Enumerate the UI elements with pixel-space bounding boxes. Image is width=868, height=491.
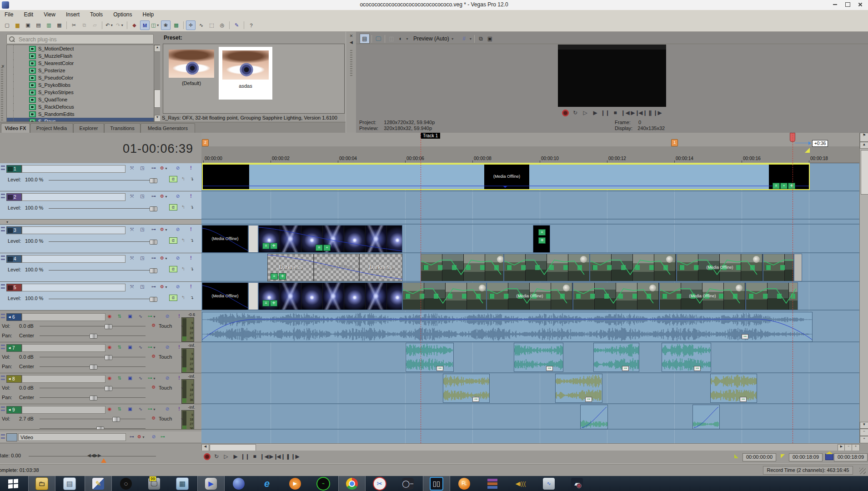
tab-transitions[interactable]: Transitions: [104, 123, 140, 133]
event-plugin-chip[interactable]: ⊶: [694, 366, 701, 371]
track-fx-icon[interactable]: ▣: [126, 406, 134, 413]
timeline-marker-2[interactable]: 2: [202, 139, 209, 146]
cursor-time-display[interactable]: 01-00:06:39: [27, 142, 193, 156]
arm-record-icon[interactable]: ◉: [106, 313, 113, 320]
minimize-button[interactable]: [828, 0, 841, 9]
preview-mode-label[interactable]: Preview (Auto): [413, 35, 449, 42]
invert-phase-icon[interactable]: ⇅: [116, 313, 123, 320]
automation-gear-icon[interactable]: ⚙: [150, 384, 157, 391]
solo-icon[interactable]: !: [187, 193, 195, 200]
solo-icon[interactable]: !: [187, 165, 195, 172]
track-fx-icon[interactable]: ▣: [126, 344, 134, 351]
event-plugin-chip[interactable]: ⊶: [546, 366, 553, 371]
mute-icon[interactable]: ⊘: [164, 375, 171, 382]
quality-dropdown-icon[interactable]: ▼: [406, 37, 409, 40]
automation-dropdown-icon[interactable]: ▼: [181, 417, 184, 421]
plugin-row[interactable]: S_PsykoStripes: [7, 89, 154, 96]
pan-plugin-icon[interactable]: ⊶▼: [148, 344, 155, 351]
whats-this-help-icon[interactable]: ?: [246, 20, 256, 30]
next-frame-icon[interactable]: ❙❙▶: [288, 452, 297, 461]
envelope-icon[interactable]: ∿: [137, 375, 144, 382]
marker-lane[interactable]: [201, 133, 859, 147]
audio-event-track7[interactable]: ⊶: [406, 343, 454, 372]
bypass-motion-blur-icon[interactable]: ⤧: [128, 255, 135, 262]
composite-mode-icon[interactable]: ⚙▼: [160, 284, 167, 291]
taskbar-icon-razer[interactable]: ⌁: [310, 476, 336, 491]
cut-icon[interactable]: ✂: [69, 20, 79, 30]
pause-icon[interactable]: ❙❙: [601, 109, 610, 117]
track-fx-icon[interactable]: ▣: [126, 375, 134, 382]
timeline-marker-1[interactable]: 1: [671, 139, 678, 146]
track-fx-icon[interactable]: ⊶: [150, 226, 157, 233]
plugin-row[interactable]: S_QuadTone: [7, 96, 154, 103]
track-header-5[interactable]: 5 ⤧ ◳ ⊶ ⚙▼ ⊘ ! Level: 100.0 % α ↰ ↴: [0, 282, 201, 311]
taskbar-icon-internet-explorer[interactable]: e: [254, 476, 280, 491]
event-fx-icon[interactable]: ✛: [279, 273, 286, 280]
pan-plugin-icon[interactable]: ⊶▼: [148, 406, 155, 413]
next-frame-icon[interactable]: ❙❙▶: [651, 109, 660, 117]
compositing-mode-icon[interactable]: α: [169, 204, 177, 210]
event-plugin-chip[interactable]: ⊶: [740, 397, 747, 402]
audio-event-track8[interactable]: ⊶: [443, 374, 490, 403]
save-icon[interactable]: ▣: [23, 20, 33, 30]
preview-quality-icon[interactable]: ◐: [396, 34, 405, 43]
track-header-1[interactable]: 1 ⤧ ◳ ⊶ ⚙▼ ⊘ ! Level: 100.0 % α ↰ ↴: [0, 163, 201, 191]
composite-mode-icon[interactable]: ⚙▼: [160, 226, 167, 233]
taskbar-icon-monitor-99[interactable]: 🖵 99: [141, 476, 167, 491]
arm-record-icon[interactable]: ◉: [106, 344, 113, 351]
menu-insert[interactable]: Insert: [61, 10, 84, 19]
edit-cursor[interactable]: [421, 133, 421, 443]
menu-edit[interactable]: Edit: [19, 10, 38, 19]
event-fx-icon[interactable]: +: [323, 245, 331, 251]
track-motion-icon[interactable]: ◳: [139, 165, 146, 172]
level-slider[interactable]: [49, 299, 153, 299]
taskbar-icon-movie-app[interactable]: ▯▯: [423, 476, 450, 491]
automation-mode[interactable]: Touch: [159, 323, 172, 329]
maximize-button[interactable]: [841, 0, 854, 9]
track-motion-icon[interactable]: ◳: [139, 255, 146, 262]
rate-shuttle-handle[interactable]: ◀◀▶▶: [87, 453, 101, 458]
project-properties-icon[interactable]: ▤: [360, 34, 370, 44]
event-pan-crop-icon[interactable]: ✛: [788, 183, 795, 189]
video-event-darkness-offline[interactable]: (Media Offline): [314, 254, 359, 281]
track-name-field[interactable]: [22, 226, 125, 234]
event-generated-icon[interactable]: ≡: [262, 243, 270, 249]
dock-grip[interactable]: [350, 50, 352, 77]
render-icon[interactable]: ▥: [44, 20, 54, 30]
audio-event-track9[interactable]: [580, 405, 608, 429]
scroll-up-icon[interactable]: ▲: [860, 142, 868, 149]
video-event-flashy[interactable]: ≡ ✛: [258, 282, 402, 310]
track-header-7[interactable]: ◄7 ◉ ⇅ ▣ ∿ ⊶▼ ⊘ ! -Inf. 9 18 27 36 Vol: …: [0, 342, 201, 373]
mute-icon[interactable]: ⊘: [174, 284, 181, 291]
video-event-forest[interactable]: [402, 282, 487, 310]
preview-mode-dropdown-icon[interactable]: ▼: [451, 37, 454, 40]
make-child-icon[interactable]: ↴: [188, 204, 196, 211]
track-name-field[interactable]: [22, 344, 105, 352]
track-row-9[interactable]: [201, 404, 859, 430]
plugin-row[interactable]: S_NearestColor: [7, 60, 154, 67]
envelope-edit-icon[interactable]: M: [140, 20, 150, 30]
bus-plugin-icon[interactable]: ⊶: [159, 434, 166, 441]
selection-start-field[interactable]: 00:00:00:00: [743, 453, 776, 461]
pan-plugin-icon[interactable]: ⊶▼: [148, 375, 155, 382]
taskbar-icon-chrome[interactable]: [338, 476, 366, 491]
level-slider[interactable]: [49, 208, 153, 209]
event-generated-icon[interactable]: ≡: [773, 183, 780, 189]
event-generated-icon[interactable]: ≡: [262, 300, 270, 306]
taskbar-icon-obs[interactable]: ◌: [113, 476, 139, 491]
make-child-icon[interactable]: ↴: [188, 266, 196, 273]
video-event-forest[interactable]: [763, 254, 794, 281]
compositing-mode-icon[interactable]: α: [169, 295, 177, 301]
event-plugin-chip[interactable]: ⊶: [437, 366, 443, 371]
zoom-out-vertical-icon[interactable]: −: [860, 429, 868, 436]
command-lane[interactable]: [201, 146, 859, 155]
track-motion-icon[interactable]: ◳: [139, 226, 146, 233]
track-header-3[interactable]: 3 ⤧ ◳ ⊶ ⚙▼ ⊘ ! Level: 100.0 % α ↰ ↴: [0, 225, 201, 253]
bypass-motion-blur-icon[interactable]: ⤧: [128, 284, 135, 291]
automation-gear-icon[interactable]: ⚙: [150, 322, 157, 329]
menu-options[interactable]: Options: [109, 10, 136, 19]
make-child-icon[interactable]: ↴: [188, 237, 196, 244]
track-name-field[interactable]: [22, 313, 105, 321]
track-motion-icon[interactable]: ◳: [139, 284, 146, 291]
automation-dropdown-icon[interactable]: ▼: [181, 356, 184, 359]
